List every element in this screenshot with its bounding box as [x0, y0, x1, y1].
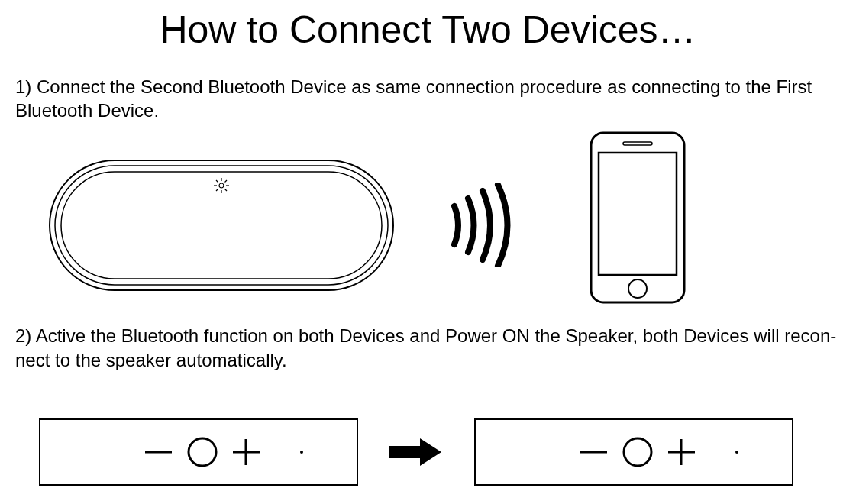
svg-rect-16: [40, 419, 357, 485]
smartphone-icon: [588, 130, 687, 309]
svg-point-15: [628, 279, 647, 298]
svg-rect-14: [599, 153, 677, 275]
svg-rect-23: [475, 419, 793, 485]
svg-rect-12: [591, 133, 684, 302]
arrow-right-icon: [389, 437, 443, 470]
svg-point-28: [735, 451, 738, 454]
svg-line-8: [216, 180, 218, 183]
wireless-signal-icon: [443, 183, 512, 270]
speaker-top-view: [46, 157, 397, 297]
diagram-row-2: [38, 418, 841, 489]
svg-marker-22: [389, 438, 441, 466]
svg-line-9: [225, 189, 228, 192]
step-2-text: 2) Active the Bluetooth function on both…: [15, 324, 841, 371]
svg-point-3: [219, 183, 224, 188]
svg-point-21: [300, 451, 303, 454]
svg-line-10: [216, 189, 218, 192]
diagram-row-1: [15, 130, 841, 309]
svg-point-18: [189, 438, 216, 466]
speaker-front-panel-right: [473, 418, 794, 489]
svg-rect-13: [623, 142, 652, 145]
speaker-front-panel-left: [38, 418, 359, 489]
svg-point-25: [624, 438, 651, 466]
page-title: How to Connect Two Devices…: [15, 8, 841, 52]
svg-line-11: [225, 180, 228, 183]
step-1-text: 1) Connect the Second Bluetooth Device a…: [15, 75, 841, 122]
